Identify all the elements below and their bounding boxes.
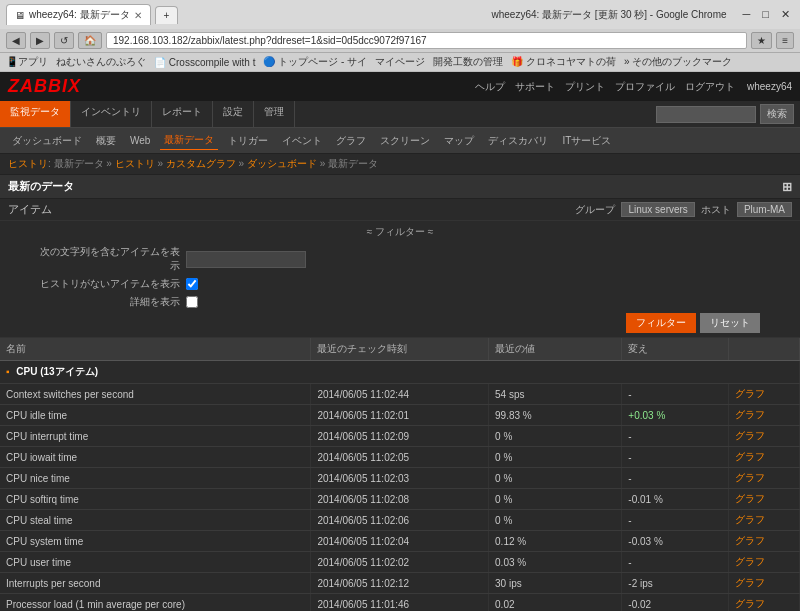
graph-link[interactable]: グラフ: [735, 493, 765, 504]
graph-link[interactable]: グラフ: [735, 472, 765, 483]
window-maximize[interactable]: □: [758, 8, 773, 21]
bookmark-apps[interactable]: 📱アプリ: [6, 55, 48, 69]
zabbix-logo: ZABBIX: [8, 76, 81, 97]
window-minimize[interactable]: ─: [739, 8, 755, 21]
tab-reports[interactable]: レポート: [152, 101, 213, 127]
graph-link[interactable]: グラフ: [735, 556, 765, 567]
col-header-change[interactable]: 変え: [622, 338, 729, 361]
help-link[interactable]: ヘルプ: [475, 80, 505, 94]
main-content[interactable]: 名前 最近のチェック時刻 最近の値 変え ▪ CPU (13アイテム) Cont…: [0, 338, 800, 611]
graph-link[interactable]: グラフ: [735, 598, 765, 609]
subnav-triggers[interactable]: トリガー: [224, 132, 272, 150]
item-change: -: [622, 510, 729, 531]
bookmark-more[interactable]: » その他のブックマーク: [624, 55, 732, 69]
filter-history-checkbox[interactable]: [186, 278, 198, 290]
subnav-dashboard[interactable]: ダッシュボード: [8, 132, 86, 150]
item-value: 0 %: [489, 426, 622, 447]
back-button[interactable]: ◀: [6, 32, 26, 49]
app-container: ZABBIX ヘルプ サポート プリント プロファイル ログアウト wheezy…: [0, 72, 800, 611]
graph-link[interactable]: グラフ: [735, 535, 765, 546]
search-button[interactable]: 検索: [760, 104, 794, 124]
profile-link[interactable]: プロファイル: [615, 80, 675, 94]
subnav-web[interactable]: Web: [126, 133, 154, 148]
home-button[interactable]: 🏠: [78, 32, 102, 49]
col-header-check[interactable]: 最近のチェック時刻: [311, 338, 489, 361]
print-link[interactable]: プリント: [565, 80, 605, 94]
filter-button[interactable]: フィルター: [626, 313, 696, 333]
star-button[interactable]: ★: [751, 32, 772, 49]
bookmark-5[interactable]: 開発工数の管理: [433, 55, 503, 69]
breadcrumb-latest1: 最新データ: [54, 158, 104, 169]
filter-actions: フィルター リセット: [40, 313, 760, 333]
browser-tab-active[interactable]: 🖥 wheezy64: 最新データ ✕: [6, 4, 151, 25]
sub-nav-items: ダッシュボード 概要 Web 最新データ トリガー イベント グラフ スクリーン…: [8, 131, 615, 150]
subnav-itservices[interactable]: ITサービス: [558, 132, 615, 150]
section-toggle-cpu[interactable]: ▪: [6, 366, 10, 377]
window-close[interactable]: ✕: [777, 8, 794, 21]
tab-inventory[interactable]: インベントリ: [71, 101, 152, 127]
breadcrumb-dashboard[interactable]: ダッシュボード: [247, 158, 317, 169]
browser-controls: ◀ ▶ ↺ 🏠 ★ ≡: [0, 29, 800, 53]
item-name: CPU idle time: [0, 405, 311, 426]
subnav-graph[interactable]: グラフ: [332, 132, 370, 150]
menu-button[interactable]: ≡: [776, 32, 794, 49]
table-row: Processor load (1 min average per core) …: [0, 594, 800, 612]
tab-admin[interactable]: 管理: [254, 101, 295, 127]
col-header-value[interactable]: 最近の値: [489, 338, 622, 361]
subnav-screen[interactable]: スクリーン: [376, 132, 434, 150]
item-value: 0.02: [489, 594, 622, 612]
support-link[interactable]: サポート: [515, 80, 555, 94]
bookmark-2[interactable]: 📄 Crosscompile with t: [154, 57, 255, 68]
page-title: 最新のデータ: [8, 179, 74, 194]
item-check: 2014/06/05 11:01:46: [311, 594, 489, 612]
host-value[interactable]: Plum-MA: [737, 202, 792, 217]
graph-link[interactable]: グラフ: [735, 514, 765, 525]
tab-close-button[interactable]: ✕: [134, 10, 142, 21]
expand-icon[interactable]: ⊞: [782, 180, 792, 194]
graph-link[interactable]: グラフ: [735, 430, 765, 441]
reset-button[interactable]: リセット: [700, 313, 760, 333]
app-header: ZABBIX ヘルプ サポート プリント プロファイル ログアウト wheezy…: [0, 72, 800, 101]
filter-label-2: ヒストリがないアイテムを表示: [40, 277, 180, 291]
page-title-bar: 最新のデータ ⊞: [0, 175, 800, 199]
filter-row-1: 次の文字列を含むアイテムを表示: [40, 245, 760, 273]
table-row: CPU interrupt time 2014/06/05 11:02:09 0…: [0, 426, 800, 447]
bookmarks-bar: 📱アプリ ねむいさんのぷろぐ 📄 Crosscompile with t 🔵 ト…: [0, 53, 800, 72]
reload-button[interactable]: ↺: [54, 32, 74, 49]
filter-detail-checkbox[interactable]: [186, 296, 198, 308]
subnav-map[interactable]: マップ: [440, 132, 478, 150]
bookmark-4[interactable]: マイページ: [375, 55, 425, 69]
bookmark-6[interactable]: 🎁 クロネコヤマトの荷: [511, 55, 616, 69]
address-bar[interactable]: [106, 32, 747, 49]
forward-button[interactable]: ▶: [30, 32, 50, 49]
subnav-latest[interactable]: 最新データ: [160, 131, 218, 150]
group-value[interactable]: Linux servers: [621, 202, 694, 217]
item-name: CPU user time: [0, 552, 311, 573]
item-change: +0.03 %: [622, 405, 729, 426]
tab-settings[interactable]: 設定: [213, 101, 254, 127]
table-row: CPU idle time 2014/06/05 11:02:01 99.83 …: [0, 405, 800, 426]
breadcrumb-history2[interactable]: ヒストリ: [115, 158, 155, 169]
breadcrumb-history1[interactable]: ヒストリ: [8, 158, 48, 169]
logout-link[interactable]: ログアウト: [685, 80, 735, 94]
item-change: -: [622, 447, 729, 468]
bookmark-1[interactable]: ねむいさんのぷろぐ: [56, 55, 146, 69]
tab-monitoring[interactable]: 監視データ: [0, 101, 71, 127]
graph-link[interactable]: グラフ: [735, 409, 765, 420]
filter-header: ≈ フィルター ≈: [40, 225, 760, 239]
subnav-overview[interactable]: 概要: [92, 132, 120, 150]
col-header-name[interactable]: 名前: [0, 338, 311, 361]
graph-link[interactable]: グラフ: [735, 388, 765, 399]
bookmark-3[interactable]: 🔵 トップページ - サイ: [263, 55, 367, 69]
subnav-discovery[interactable]: ディスカバリ: [484, 132, 552, 150]
filter-text-input[interactable]: [186, 251, 306, 268]
search-input[interactable]: [656, 106, 756, 123]
browser-new-tab[interactable]: +: [155, 6, 179, 24]
graph-link[interactable]: グラフ: [735, 577, 765, 588]
graph-link[interactable]: グラフ: [735, 451, 765, 462]
item-check: 2014/06/05 11:02:44: [311, 384, 489, 405]
item-check: 2014/06/05 11:02:03: [311, 468, 489, 489]
breadcrumb-customgraph[interactable]: カスタムグラフ: [166, 158, 236, 169]
subnav-events[interactable]: イベント: [278, 132, 326, 150]
item-value: 0 %: [489, 447, 622, 468]
